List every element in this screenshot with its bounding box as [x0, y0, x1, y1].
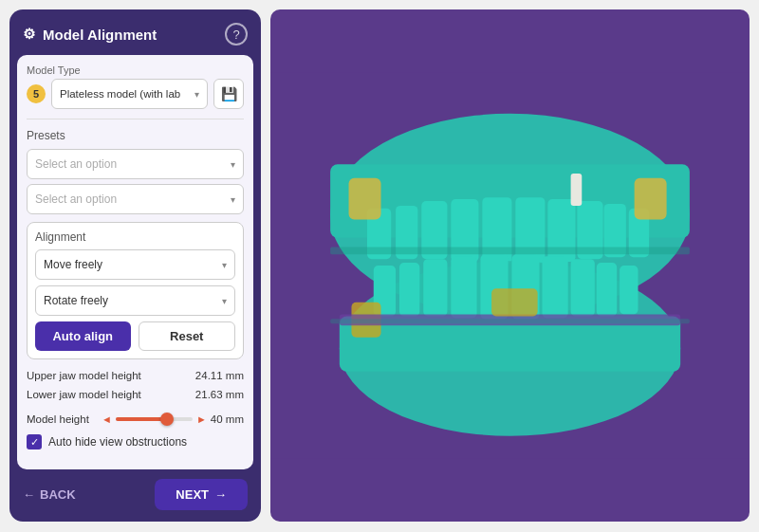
panel-header: ⚙ Model Alignment ?: [9, 9, 261, 55]
rotate-freely-value: Rotate freely: [44, 294, 108, 307]
auto-hide-checkbox[interactable]: ✓: [27, 434, 42, 449]
svg-rect-19: [399, 263, 419, 316]
move-freely-select[interactable]: Move freely ▾: [35, 249, 235, 280]
next-arrow-icon: →: [214, 487, 227, 502]
slider-thumb[interactable]: [160, 413, 174, 426]
model-height-row: Model height ◄ ► 40 mm: [27, 413, 244, 425]
svg-rect-20: [423, 259, 447, 316]
measurements-section: Upper jaw model height 24.11 mm Lower ja…: [27, 367, 244, 404]
svg-rect-30: [491, 288, 538, 316]
3d-view[interactable]: [270, 9, 750, 522]
help-button[interactable]: ?: [225, 23, 248, 46]
upper-jaw-value: 24.11 mm: [195, 367, 244, 386]
divider-1: [27, 119, 244, 119]
lower-jaw-label: Lower jaw model height: [27, 386, 141, 405]
panel-title: ⚙ Model Alignment: [23, 26, 157, 43]
move-freely-value: Move freely: [44, 258, 102, 271]
presets-label: Presets: [27, 129, 244, 142]
preset-select-1[interactable]: Select an option ▾: [27, 149, 244, 179]
svg-rect-13: [349, 178, 381, 220]
rotate-freely-chevron: ▾: [222, 296, 227, 306]
left-panel: ⚙ Model Alignment ? Model Type 5 Platele…: [9, 9, 261, 522]
svg-rect-15: [571, 174, 583, 206]
upper-jaw-row: Upper jaw model height 24.11 mm: [27, 367, 244, 386]
svg-rect-31: [330, 248, 690, 255]
save-button[interactable]: 💾: [213, 79, 244, 109]
panel-body: Model Type 5 Plateless model (with lab a…: [17, 55, 253, 469]
rotate-freely-select[interactable]: Rotate freely ▾: [35, 285, 235, 316]
presets-section: Presets Select an option ▾ Select an opt…: [27, 129, 244, 214]
model-height-label: Model height: [27, 413, 98, 425]
preset-2-value: Select an option: [35, 193, 117, 206]
model-type-row: 5 Plateless model (with lab analo ▾ 💾: [27, 79, 244, 109]
lower-jaw-row: Lower jaw model height 21.63 mm: [27, 386, 244, 405]
preset-select-2[interactable]: Select an option ▾: [27, 184, 244, 214]
auto-align-button[interactable]: Auto align: [35, 321, 131, 351]
back-button[interactable]: ← BACK: [23, 487, 76, 502]
back-label: BACK: [40, 487, 76, 502]
dental-svg: [270, 9, 750, 522]
help-icon: ?: [232, 28, 239, 42]
slider-left-arrow[interactable]: ◄: [102, 413, 112, 425]
model-type-label: Model Type: [27, 64, 244, 76]
svg-rect-25: [571, 259, 595, 316]
svg-rect-32: [330, 319, 690, 323]
svg-rect-24: [542, 256, 567, 318]
save-icon: 💾: [221, 86, 237, 101]
model-type-chevron: ▾: [194, 89, 199, 100]
next-button[interactable]: NEXT →: [155, 479, 248, 510]
wrench-icon: ⚙: [23, 26, 35, 43]
auto-hide-label: Auto hide view obstructions: [48, 435, 187, 449]
slider-track[interactable]: [116, 417, 193, 421]
svg-rect-26: [597, 263, 617, 316]
panel-footer: ← BACK NEXT →: [9, 469, 261, 510]
model-height-value: 40 mm: [211, 413, 244, 425]
step-badge: 5: [27, 84, 46, 103]
main-container: ⚙ Model Alignment ? Model Type 5 Platele…: [0, 0, 759, 532]
auto-hide-row: ✓ Auto hide view obstructions: [27, 434, 244, 449]
back-arrow-icon: ←: [23, 487, 35, 502]
move-freely-chevron: ▾: [222, 260, 227, 270]
alignment-section: Alignment Move freely ▾ Rotate freely ▾ …: [27, 222, 244, 359]
reset-button[interactable]: Reset: [139, 321, 236, 351]
action-buttons: Auto align Reset: [35, 321, 235, 351]
checkmark-icon: ✓: [30, 436, 39, 449]
next-label: NEXT: [176, 487, 209, 502]
preset-1-chevron: ▾: [231, 159, 235, 170]
lower-jaw-value: 21.63 mm: [195, 386, 244, 405]
model-type-value: Plateless model (with lab analo: [60, 88, 183, 100]
svg-rect-14: [635, 178, 667, 220]
svg-rect-21: [451, 256, 476, 318]
preset-2-chevron: ▾: [231, 194, 235, 205]
svg-rect-27: [620, 266, 638, 314]
upper-jaw-label: Upper jaw model height: [27, 367, 141, 386]
preset-1-value: Select an option: [35, 157, 117, 171]
slider-right-arrow[interactable]: ►: [196, 413, 207, 425]
alignment-label: Alignment: [35, 230, 235, 244]
panel-title-text: Model Alignment: [43, 27, 157, 43]
slider-fill: [116, 417, 162, 421]
model-type-select[interactable]: Plateless model (with lab analo ▾: [51, 79, 208, 109]
model-type-section: Model Type 5 Plateless model (with lab a…: [27, 64, 244, 109]
